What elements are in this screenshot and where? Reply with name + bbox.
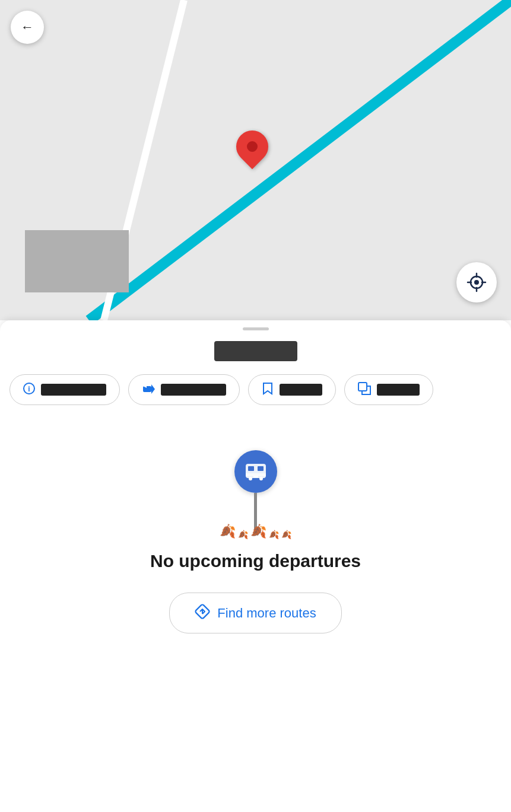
info-icon: i xyxy=(23,383,35,397)
svg-rect-15 xyxy=(248,466,254,471)
directions-diamond-icon xyxy=(195,604,210,622)
svg-text:i: i xyxy=(28,385,30,393)
info-btn-label-redacted xyxy=(41,384,106,396)
directions-button[interactable] xyxy=(128,374,240,405)
share-icon xyxy=(358,382,371,398)
empty-state: 🍂 🍂 🍂 🍂 🍂 No upcoming departures Find mo… xyxy=(0,426,511,633)
place-title-redacted xyxy=(214,341,297,361)
svg-rect-13 xyxy=(358,383,367,391)
share-button[interactable] xyxy=(344,374,433,405)
svg-point-18 xyxy=(249,477,252,480)
location-pin xyxy=(231,130,273,178)
leaf-icon-2: 🍂 xyxy=(238,530,248,539)
bus-sign xyxy=(234,450,277,534)
map-building xyxy=(25,230,129,292)
svg-rect-10 xyxy=(143,386,151,392)
crosshair-icon xyxy=(466,272,487,292)
directions-btn-label-redacted xyxy=(161,384,226,396)
save-btn-label-redacted xyxy=(280,384,322,396)
svg-marker-11 xyxy=(151,384,155,394)
find-routes-button[interactable]: Find more routes xyxy=(169,593,341,633)
info-button[interactable]: i xyxy=(9,374,120,405)
svg-rect-20 xyxy=(253,476,258,477)
leaf-icon-1: 🍂 xyxy=(220,524,236,539)
svg-point-19 xyxy=(259,477,263,480)
find-routes-label: Find more routes xyxy=(217,606,316,621)
leaves-decoration: 🍂 🍂 🍂 🍂 🍂 xyxy=(196,524,315,539)
save-button[interactable] xyxy=(248,374,336,405)
bus-sign-circle xyxy=(234,450,277,493)
location-button[interactable] xyxy=(456,262,497,302)
svg-line-0 xyxy=(89,0,511,320)
leaf-icon-5: 🍂 xyxy=(281,530,291,539)
share-btn-label-redacted xyxy=(377,384,420,396)
bus-stop-illustration: 🍂 🍂 🍂 🍂 🍂 xyxy=(196,444,315,539)
bus-icon xyxy=(243,459,268,484)
actions-row: i xyxy=(0,374,511,405)
back-arrow-icon: ← xyxy=(21,20,34,35)
sheet-handle xyxy=(243,327,269,330)
back-button[interactable]: ← xyxy=(11,11,44,44)
bottom-sheet: i xyxy=(0,320,511,812)
svg-point-3 xyxy=(474,280,479,285)
svg-rect-16 xyxy=(258,466,264,471)
sheet-title-area xyxy=(0,341,511,361)
bookmark-icon xyxy=(262,382,274,398)
no-departures-text: No upcoming departures xyxy=(150,551,361,571)
leaf-icon-3: 🍂 xyxy=(250,524,266,539)
map-view: ← xyxy=(0,0,511,320)
leaf-icon-4: 🍂 xyxy=(269,530,279,539)
directions-icon xyxy=(142,382,155,398)
